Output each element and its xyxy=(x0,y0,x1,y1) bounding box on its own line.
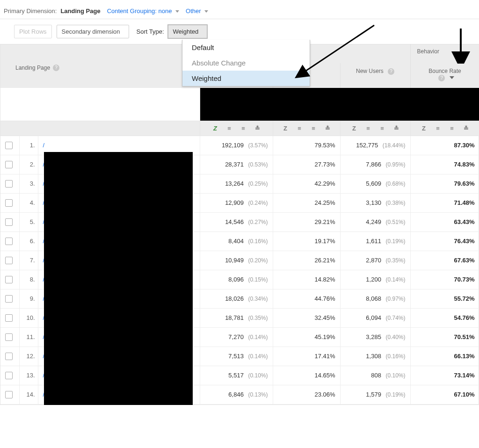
help-icon[interactable]: ? xyxy=(438,75,445,81)
help-icon[interactable]: ? xyxy=(53,65,59,71)
row-new-users: 5,609 (0.68%) xyxy=(340,174,410,193)
column-new-users[interactable]: New Users ? xyxy=(340,63,410,88)
row-index: 9. xyxy=(19,289,38,308)
chart-icon: ≛ xyxy=(324,125,331,132)
row-checkbox[interactable] xyxy=(5,333,13,341)
plot-rows-button[interactable]: Plot Rows xyxy=(14,25,52,38)
content-grouping-link[interactable]: Content Grouping: none xyxy=(107,7,179,14)
column-landing-page[interactable]: Landing Page xyxy=(15,65,50,71)
row-checkbox[interactable] xyxy=(5,391,13,398)
chart-icon: ≛ xyxy=(392,125,400,132)
chart-icon: ≛ xyxy=(462,125,470,132)
column-view-mid[interactable]: Z≡≡≛ xyxy=(273,121,340,136)
row-mid-pct: 23.06% xyxy=(273,385,340,404)
row-mid-pct: 19.17% xyxy=(273,231,340,251)
secondary-dimension-button[interactable]: Secondary dimension xyxy=(57,25,129,38)
chart-icon: ≡ xyxy=(448,125,456,132)
row-index: 2. xyxy=(19,155,38,174)
row-bounce-rate: 73.14% xyxy=(410,366,479,385)
chart-icon: ≡ xyxy=(296,125,303,132)
primary-dimension-value[interactable]: Landing Page xyxy=(60,7,100,14)
row-new-users: 1,308 (0.16%) xyxy=(340,347,410,366)
row-sessions: 7,270 (0.14%) xyxy=(200,327,273,347)
sort-option-default[interactable]: Default xyxy=(182,40,310,55)
row-sessions: 12,909 (0.24%) xyxy=(200,193,273,212)
row-bounce-rate: 70.51% xyxy=(410,327,479,347)
row-index: 1. xyxy=(19,136,38,155)
row-bounce-rate: 55.72% xyxy=(410,289,479,308)
row-bounce-rate: 79.63% xyxy=(410,174,479,193)
row-index: 4. xyxy=(19,193,38,212)
chevron-down-icon xyxy=(204,10,208,13)
chart-icon: ≡ xyxy=(378,125,386,132)
sort-type-dropdown: Default Absolute Change Weighted xyxy=(182,40,310,87)
row-checkbox[interactable] xyxy=(5,257,13,264)
row-mid-pct: 79.53% xyxy=(273,136,340,155)
chart-icon: ≡ xyxy=(310,125,317,132)
row-index: 14. xyxy=(19,385,38,404)
chart-icon: ≡ xyxy=(225,125,233,132)
row-sessions: 6,846 (0.13%) xyxy=(200,385,273,404)
row-sessions: 18,026 (0.34%) xyxy=(200,289,273,308)
help-icon[interactable]: ? xyxy=(388,68,394,75)
sort-type-label: Sort Type: xyxy=(137,28,164,35)
row-checkbox[interactable] xyxy=(5,314,13,322)
controls-row: Plot Rows Secondary dimension Sort Type:… xyxy=(0,19,479,44)
row-new-users: 4,249 (0.51%) xyxy=(340,212,410,231)
row-bounce-rate: 54.76% xyxy=(410,308,479,327)
row-checkbox[interactable] xyxy=(5,142,13,149)
chart-icon: ≡ xyxy=(240,125,247,132)
row-index: 10. xyxy=(19,308,38,327)
column-view-bounce[interactable]: Z≡≡≛ xyxy=(410,121,479,136)
row-checkbox[interactable] xyxy=(5,161,13,168)
row-new-users: 1,200 (0.14%) xyxy=(340,270,410,289)
row-bounce-rate: 67.10% xyxy=(410,385,479,404)
row-new-users: 2,870 (0.35%) xyxy=(340,251,410,270)
sort-option-absolute-change[interactable]: Absolute Change xyxy=(182,55,310,71)
row-bounce-rate: 70.73% xyxy=(410,270,479,289)
row-mid-pct: 24.25% xyxy=(273,193,340,212)
row-checkbox[interactable] xyxy=(5,199,13,207)
z-icon: Z xyxy=(350,125,358,132)
row-new-users: 3,130 (0.38%) xyxy=(340,193,410,212)
row-mid-pct: 27.73% xyxy=(273,155,340,174)
row-mid-pct: 32.45% xyxy=(273,308,340,327)
column-view-sessions[interactable]: Z≡≡≛ xyxy=(200,121,273,136)
row-checkbox[interactable] xyxy=(5,372,13,379)
row-sessions: 18,781 (0.35%) xyxy=(200,308,273,327)
row-sessions: 8,404 (0.16%) xyxy=(200,231,273,251)
row-checkbox[interactable] xyxy=(5,238,13,245)
z-icon: Z xyxy=(282,125,289,132)
row-sessions: 10,949 (0.20%) xyxy=(200,251,273,270)
row-checkbox[interactable] xyxy=(5,276,13,283)
other-dimension-link[interactable]: Other xyxy=(186,7,208,14)
row-mid-pct: 29.21% xyxy=(273,212,340,231)
row-index: 13. xyxy=(19,366,38,385)
column-view-newusers[interactable]: Z≡≡≛ xyxy=(340,121,410,136)
row-sessions: 13,264 (0.25%) xyxy=(200,174,273,193)
chart-icon: ≡ xyxy=(434,125,442,132)
row-new-users: 3,285 (0.40%) xyxy=(340,327,410,347)
row-checkbox[interactable] xyxy=(5,353,13,360)
row-new-users: 6,094 (0.74%) xyxy=(340,308,410,327)
sort-type-button[interactable]: Weighted xyxy=(168,25,208,38)
row-sessions: 7,513 (0.14%) xyxy=(200,347,273,366)
row-index: 8. xyxy=(19,270,38,289)
sort-option-weighted[interactable]: Weighted xyxy=(182,71,310,86)
row-mid-pct: 45.19% xyxy=(273,327,340,347)
row-sessions: 28,371 (0.53%) xyxy=(200,155,273,174)
row-new-users: 1,579 (0.19%) xyxy=(340,385,410,404)
row-bounce-rate: 66.13% xyxy=(410,347,479,366)
row-mid-pct: 44.76% xyxy=(273,289,340,308)
row-mid-pct: 26.21% xyxy=(273,251,340,270)
row-checkbox[interactable] xyxy=(5,218,13,226)
row-bounce-rate: 76.43% xyxy=(410,231,479,251)
row-sessions: 5,517 (0.10%) xyxy=(200,366,273,385)
chart-icon: ≛ xyxy=(254,125,261,132)
column-bounce-rate[interactable]: Bounce Rate ? xyxy=(410,63,479,88)
row-bounce-rate: 63.43% xyxy=(410,212,479,231)
row-mid-pct: 17.41% xyxy=(273,347,340,366)
row-checkbox[interactable] xyxy=(5,180,13,188)
row-new-users: 7,866 (0.95%) xyxy=(340,155,410,174)
row-checkbox[interactable] xyxy=(5,295,13,303)
